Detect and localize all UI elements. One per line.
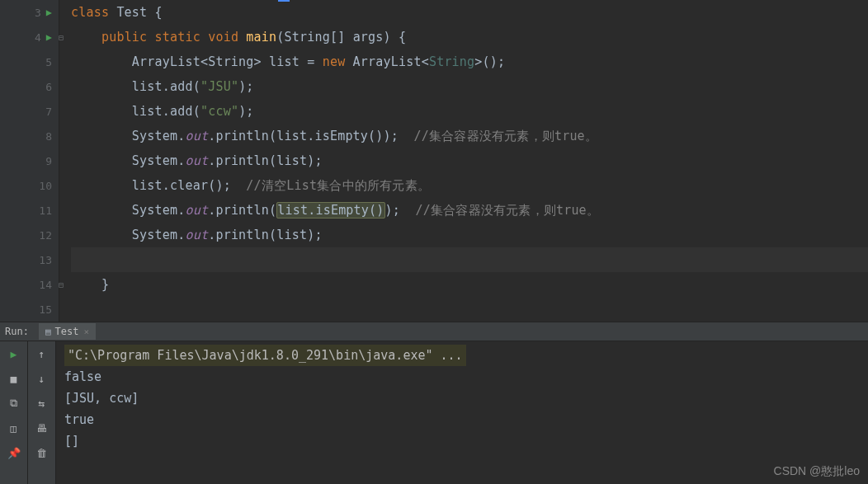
code-line[interactable]: } [71,272,868,297]
layout-icon[interactable]: ⧉ [6,395,22,411]
fold-icon[interactable]: ⊟ [59,33,64,42]
gutter-row[interactable]: 13 [0,247,59,272]
gutter-row[interactable]: 12 [0,223,59,247]
console-line: [JSU, ccw] [64,388,860,409]
gutter-row[interactable]: 11 [0,198,59,223]
code-area[interactable]: class Test { public static void main(Str… [59,0,868,322]
line-number: 8 [32,130,52,143]
run-panel: ▶ ■ ⧉ ◫ 📌 ↑ ↓ ⇆ 🖶 🗑 "C:\Program Files\Ja… [0,341,868,484]
gutter-row[interactable]: 15 [0,297,59,322]
close-icon[interactable]: × [83,327,89,337]
line-number: 15 [32,303,52,316]
line-number: 7 [32,106,52,118]
line-number: 13 [32,254,52,266]
console-line: [] [64,430,860,452]
run-gutter-icon[interactable]: ▶ [46,7,52,18]
run-toolbar-right: ↑ ↓ ⇆ 🖶 🗑 [28,341,56,484]
code-line[interactable]: System.out.println(list.isEmpty()); //集合… [71,198,868,223]
usage-highlight: list.isEmpty() [276,202,384,219]
run-panel-header: Run: ▤ Test × [0,322,868,341]
console-command: "C:\Program Files\Java\jdk1.8.0_291\bin\… [64,345,466,366]
gutter-row[interactable]: 5 [0,49,59,74]
code-line[interactable]: System.out.println(list); [71,148,868,173]
pin-icon[interactable]: 📌 [6,444,22,461]
gutter-row[interactable]: 3▶ [0,0,59,25]
code-line[interactable]: public static void main(String[] args) { [71,25,868,49]
gutter-row[interactable]: 6 [0,74,59,99]
gutter: 3▶ 4▶⊟ 5 6 7 8 9 10 11 12 13 14⊟ 15 [0,0,59,322]
line-number: 9 [32,155,52,167]
code-line[interactable]: ArrayList<String> list = new ArrayList<S… [71,49,868,74]
run-label: Run: [5,326,29,337]
line-number: 6 [32,81,52,93]
gutter-row[interactable]: 7 [0,99,59,124]
split-icon[interactable]: ◫ [6,420,22,436]
stop-icon[interactable]: ■ [6,370,22,387]
code-line[interactable]: list.add("JSU"); [71,74,868,99]
console-line: false [64,366,860,388]
line-number: 5 [32,56,52,68]
tab-marker [278,0,290,2]
gutter-row[interactable]: 9 [0,148,59,173]
code-line[interactable]: class Test { [71,0,868,25]
run-tab-label: Test [55,326,79,337]
line-number: 14 [32,279,52,291]
trash-icon[interactable]: 🗑 [34,444,50,461]
console-output[interactable]: "C:\Program Files\Java\jdk1.8.0_291\bin\… [56,341,868,484]
code-line[interactable]: System.out.println(list); [71,223,868,247]
console-line: true [64,409,860,430]
gutter-row[interactable]: 14⊟ [0,272,59,297]
line-number: 10 [32,180,52,192]
up-icon[interactable]: ↑ [34,345,50,362]
run-toolbar-left: ▶ ■ ⧉ ◫ 📌 [0,341,28,484]
gutter-row[interactable]: 4▶⊟ [0,25,59,49]
gutter-row[interactable]: 10 [0,173,59,198]
code-line[interactable]: list.add("ccw"); [71,99,868,124]
line-number: 4 [21,31,41,44]
code-line[interactable]: System.out.println(list.isEmpty()); //集合… [71,124,868,148]
watermark: CSDN @憨批leo [774,464,860,479]
rerun-icon[interactable]: ▶ [6,345,22,362]
console-icon: ▤ [45,327,51,337]
run-gutter-icon[interactable]: ▶ [46,31,52,43]
editor: 3▶ 4▶⊟ 5 6 7 8 9 10 11 12 13 14⊟ 15 clas… [0,0,868,322]
line-number: 3 [21,7,41,19]
code-line[interactable]: list.clear(); //清空List集合中的所有元素。 [71,173,868,198]
wrap-icon[interactable]: ⇆ [34,395,50,411]
down-icon[interactable]: ↓ [34,370,50,387]
print-icon[interactable]: 🖶 [34,420,50,436]
code-line[interactable] [71,297,868,322]
gutter-row[interactable]: 8 [0,124,59,148]
run-tab[interactable]: ▤ Test × [39,323,96,340]
line-number: 11 [32,204,52,217]
line-number: 12 [32,229,52,242]
fold-icon[interactable]: ⊟ [59,280,64,289]
code-line[interactable] [71,247,868,272]
